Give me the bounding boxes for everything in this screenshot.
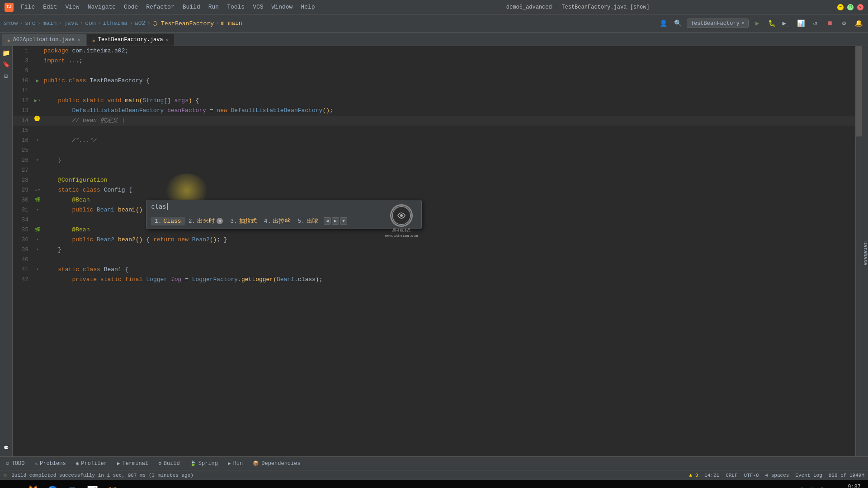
tab-a02application[interactable]: ☕ A02Application.java ✕ [2,34,86,46]
tab-testbeanfactory[interactable]: ☕ TestBeanFactory.java ✕ [87,34,174,46]
menu-refactor[interactable]: Refactor [142,3,178,11]
fold-arrow-12[interactable]: ▾ [38,96,41,106]
line-gutter-36[interactable]: ▾ [33,235,42,245]
search-everywhere-icon[interactable]: 🔍 [672,18,684,29]
ac-nav-prev[interactable]: ◀ [324,217,331,225]
line-gutter-35[interactable]: 🌿 [33,225,42,235]
right-panel-database[interactable]: Database [863,241,868,265]
breadcrumb-class[interactable]: ⬡ TestBeanFactory [152,20,214,27]
fold-arrow-41[interactable]: ▾ [36,265,39,275]
line-gutter-29[interactable]: ⊕ ▾ [33,185,42,195]
breadcrumb-a02[interactable]: a02 [135,20,145,27]
breadcrumb-com[interactable]: com [85,20,95,27]
sidebar-notifications-icon[interactable]: 💬 [1,443,11,453]
bottom-tab-problems[interactable]: ⚠ Problems [30,458,70,469]
taskbar-clock[interactable]: 9:37 周五 [844,483,864,488]
fold-arrow-26[interactable]: ▾ [36,155,39,165]
status-event-log[interactable]: Event Log [795,473,822,478]
autocomplete-item-3[interactable]: 3. 抽拉式 [226,216,260,226]
settings-icon[interactable]: ⚙ [838,18,850,29]
maximize-button[interactable]: □ [847,4,854,10]
fold-arrow-29[interactable]: ▾ [38,185,40,195]
warning-dot-14[interactable]: ! [34,116,40,121]
stop-button[interactable]: ⏹ [824,18,835,29]
bottom-tab-profiler[interactable]: ◉ Profiler [71,458,112,469]
line-gutter-12[interactable]: ▶ ▾ [33,96,42,106]
taskbar-app-explorer[interactable]: 📁 [103,482,121,488]
profile-button[interactable]: 📊 [795,18,807,29]
breadcrumb-show[interactable]: show [4,20,18,27]
fold-arrow-39[interactable]: ▾ [36,245,39,255]
bottom-tab-terminal[interactable]: ▶ Terminal [113,458,153,469]
run-config-selector[interactable]: TestBeanFactory ▾ [687,19,749,28]
run-arrow-29[interactable]: ⊕ [35,185,37,195]
menu-build[interactable]: Build [179,3,204,11]
autocomplete-item-1[interactable]: 1. Class [151,217,185,225]
fold-arrow-16[interactable]: ▾ [36,136,39,145]
sidebar-project-icon[interactable]: 📁 [1,48,11,58]
autocomplete-item-5[interactable]: 5. 出哝 [294,216,322,226]
taskbar-app-typora[interactable]: T [63,482,81,488]
coverage-button[interactable]: ▶̲ [780,18,792,29]
menu-file[interactable]: File [17,3,38,11]
breadcrumb-main[interactable]: main [42,20,57,27]
sidebar-bookmark-icon[interactable]: 🔖 [1,60,11,70]
status-encoding[interactable]: UTF-8 [744,473,759,478]
ac-nav-menu[interactable]: ▼ [340,217,347,225]
taskbar-app-firefox[interactable]: 🦊 [24,482,42,488]
run-arrow-10[interactable]: ▶ [36,76,39,86]
breadcrumb-itheima[interactable]: itheima [103,20,128,27]
menu-window[interactable]: Window [268,3,297,11]
line-gutter-14[interactable]: ! [33,116,42,121]
line-gutter-39[interactable]: ▾ [33,245,42,255]
bottom-tab-build[interactable]: ⚙ Build [154,458,184,469]
fold-arrow-36[interactable]: ▾ [36,235,39,245]
run-arrow-12[interactable]: ▶ [34,96,38,106]
status-position[interactable]: 14:21 [704,473,719,478]
status-line-ending[interactable]: CRLF [726,473,737,478]
tab-a02application-close[interactable]: ✕ [77,37,80,43]
bottom-tab-spring[interactable]: 🍃 Spring [185,458,222,469]
taskbar-app-intellij[interactable]: ☕ [123,482,141,488]
bottom-tab-todo[interactable]: ☑ TODO [2,458,29,469]
taskbar-app-powerpoint[interactable]: 📊 [83,482,101,488]
menu-vcs[interactable]: VCS [249,3,267,11]
autocomplete-item-4[interactable]: 4. 出拉丝 [260,216,294,226]
code-editor[interactable]: clas 1. Class 2. 出来时 ⊙ 3. 抽拉式 [13,46,862,456]
autocomplete-item-2[interactable]: 2. 出来时 ⊙ [185,216,227,226]
right-scrollbar[interactable] [855,46,862,456]
scrollbar-thumb[interactable] [855,46,862,136]
status-warning-count[interactable]: ▲ 3 [689,473,698,478]
line-gutter-30[interactable]: 🌿 [33,195,42,205]
close-button[interactable]: ✕ [857,4,863,10]
user-icon[interactable]: 👤 [658,18,670,29]
ac-nav-next[interactable]: ▶ [332,217,339,225]
bottom-tab-run[interactable]: ▶ Run [223,458,247,469]
menu-view[interactable]: View [61,3,83,11]
menu-navigate[interactable]: Navigate [84,3,119,11]
menu-edit[interactable]: Edit [39,3,61,11]
breadcrumb-method[interactable]: m main [221,20,242,27]
tab-testbeanfactory-close[interactable]: ✕ [166,37,169,43]
taskbar-app-edge[interactable]: 🔵 [43,482,61,488]
debug-button[interactable]: 🐛 [766,18,778,29]
line-gutter-16[interactable]: ▾ [33,136,42,145]
line-gutter-26[interactable]: ▾ [33,155,42,165]
taskbar-start-button[interactable]: ⊞ [4,482,22,488]
reload-button[interactable]: ↺ [809,18,821,29]
minimize-button[interactable]: − [837,4,844,10]
sidebar-structure-icon[interactable]: ⊟ [1,71,11,81]
autocomplete-popup[interactable]: clas 1. Class 2. 出来时 ⊙ 3. 抽拉式 [146,200,422,229]
status-indent[interactable]: 4 spaces [765,473,789,478]
line-gutter-10[interactable]: ▶ [33,76,42,86]
menu-help[interactable]: Help [297,3,318,11]
menu-tools[interactable]: Tools [223,3,248,11]
line-gutter-41[interactable]: ▾ [33,265,42,275]
breadcrumb-src[interactable]: src [25,20,35,27]
menu-code[interactable]: Code [120,3,142,11]
fold-arrow-31[interactable]: ▾ [36,205,39,215]
breadcrumb-java[interactable]: java [64,20,78,27]
line-gutter-31[interactable]: ▾ [33,205,42,215]
notifications-icon[interactable]: 🔔 [853,18,864,29]
run-button[interactable]: ▶ [751,18,763,29]
